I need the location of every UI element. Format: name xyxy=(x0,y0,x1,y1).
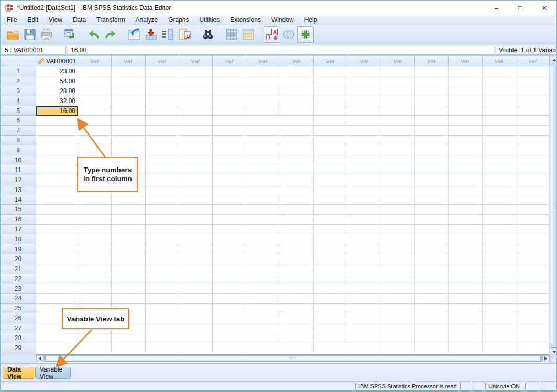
cell-row18-col14[interactable] xyxy=(483,234,516,244)
cell-row15-col15[interactable] xyxy=(516,205,550,215)
tab-variable-view[interactable]: Variable View xyxy=(35,367,71,379)
cell-row1-col6[interactable] xyxy=(213,66,246,76)
cell-row12-col4[interactable] xyxy=(146,175,179,185)
descriptive-statistics-button[interactable]: μ xyxy=(176,26,193,43)
cell-row23-col10[interactable] xyxy=(347,284,381,294)
menu-data[interactable]: Data xyxy=(68,15,91,25)
cell-row13-var00001[interactable] xyxy=(36,185,78,195)
cell-row7-var00001[interactable] xyxy=(36,126,78,136)
cell-row10-col13[interactable] xyxy=(449,155,482,165)
cell-row3-col13[interactable] xyxy=(449,86,482,96)
goto-case-button[interactable] xyxy=(126,26,143,43)
cell-row5-col3[interactable] xyxy=(112,106,145,116)
cell-row28-col8[interactable] xyxy=(280,333,314,343)
cell-row28-col12[interactable] xyxy=(415,333,449,343)
row-header-6[interactable]: 6 xyxy=(1,116,36,126)
cell-row19-col10[interactable] xyxy=(347,244,381,254)
cell-row24-col11[interactable] xyxy=(381,294,415,304)
cell-row19-col15[interactable] xyxy=(516,244,550,254)
cell-row11-col9[interactable] xyxy=(314,165,347,175)
cell-row17-col10[interactable] xyxy=(347,225,381,234)
cell-row7-col15[interactable] xyxy=(516,126,550,136)
cell-row3-col6[interactable] xyxy=(213,86,246,96)
cell-row9-col11[interactable] xyxy=(381,145,415,155)
cell-row9-col9[interactable] xyxy=(314,145,347,155)
cell-row24-col6[interactable] xyxy=(213,294,246,304)
cell-row5-col15[interactable] xyxy=(516,106,550,116)
cell-row7-col13[interactable] xyxy=(449,126,482,136)
cell-row15-col12[interactable] xyxy=(415,205,449,215)
column-header-var00001[interactable]: VAR00001 xyxy=(36,56,78,66)
cell-row18-col11[interactable] xyxy=(381,234,415,244)
cell-row29-col12[interactable] xyxy=(415,343,449,353)
cell-row3-col5[interactable] xyxy=(179,86,213,96)
cell-row29-col10[interactable] xyxy=(347,343,381,353)
cell-row23-col6[interactable] xyxy=(213,284,246,294)
cell-row23-col3[interactable] xyxy=(112,284,145,294)
cell-row27-col10[interactable] xyxy=(347,323,381,333)
cell-row16-col3[interactable] xyxy=(112,215,145,225)
cell-row6-col12[interactable] xyxy=(415,116,449,126)
cell-row3-col11[interactable] xyxy=(381,86,415,96)
cell-row5-col13[interactable] xyxy=(449,106,482,116)
goto-variable-button[interactable] xyxy=(143,26,159,43)
cell-row26-col4[interactable] xyxy=(146,313,179,323)
cell-row16-col13[interactable] xyxy=(449,215,482,225)
cell-row5-var00001-selected[interactable]: 16.00 xyxy=(36,106,78,116)
cell-row20-col10[interactable] xyxy=(347,254,381,264)
cell-row21-col5[interactable] xyxy=(179,264,213,274)
cell-row7-col10[interactable] xyxy=(347,126,381,136)
cell-row16-col11[interactable] xyxy=(381,215,415,225)
cell-row12-col14[interactable] xyxy=(483,175,516,185)
cell-row29-col13[interactable] xyxy=(449,343,482,353)
cell-row25-col15[interactable] xyxy=(516,304,550,313)
row-header-25[interactable]: 25 xyxy=(1,304,36,313)
cell-row19-col7[interactable] xyxy=(246,244,280,254)
row-header-8[interactable]: 8 xyxy=(1,136,36,145)
cell-row17-col5[interactable] xyxy=(179,225,213,234)
cell-row17-col9[interactable] xyxy=(314,225,347,234)
cell-row21-col4[interactable] xyxy=(146,264,179,274)
cell-row13-col8[interactable] xyxy=(280,185,314,195)
cell-row10-var00001[interactable] xyxy=(36,155,78,165)
cell-row17-col8[interactable] xyxy=(280,225,314,234)
cell-row6-col7[interactable] xyxy=(246,116,280,126)
cell-row14-col8[interactable] xyxy=(280,195,314,205)
cell-row3-col10[interactable] xyxy=(347,86,381,96)
row-header-9[interactable]: 9 xyxy=(1,145,36,155)
cell-row16-col2[interactable] xyxy=(78,215,112,225)
cell-row21-col3[interactable] xyxy=(112,264,145,274)
cell-row13-col10[interactable] xyxy=(347,185,381,195)
cell-row8-col11[interactable] xyxy=(381,136,415,145)
cell-row9-var00001[interactable] xyxy=(36,145,78,155)
menu-window[interactable]: Window xyxy=(266,15,299,25)
cell-row12-col8[interactable] xyxy=(280,175,314,185)
cell-row21-col8[interactable] xyxy=(280,264,314,274)
cell-row17-col12[interactable] xyxy=(415,225,449,234)
cell-row2-col8[interactable] xyxy=(280,76,314,86)
cell-row19-var00001[interactable] xyxy=(36,244,78,254)
cell-row4-col7[interactable] xyxy=(246,96,280,106)
cell-row3-var00001[interactable]: 28.00 xyxy=(36,86,78,96)
cell-row8-col3[interactable] xyxy=(112,136,145,145)
cell-row21-col7[interactable] xyxy=(246,264,280,274)
column-header-var-7[interactable]: var xyxy=(246,56,280,66)
show-all-variables-button[interactable] xyxy=(297,26,314,43)
column-header-var-6[interactable]: var xyxy=(213,56,246,66)
find-button[interactable] xyxy=(200,26,216,43)
cell-row27-col12[interactable] xyxy=(415,323,449,333)
cell-row1-col9[interactable] xyxy=(314,66,347,76)
cell-row1-col10[interactable] xyxy=(347,66,381,76)
horizontal-scroll-thumb[interactable]: ··· xyxy=(45,356,541,362)
cell-row24-col14[interactable] xyxy=(483,294,516,304)
cell-row13-col12[interactable] xyxy=(415,185,449,195)
cell-row22-col12[interactable] xyxy=(415,274,449,284)
cell-row2-col13[interactable] xyxy=(449,76,482,86)
cell-row29-col11[interactable] xyxy=(381,343,415,353)
cell-row9-col14[interactable] xyxy=(483,145,516,155)
cell-row9-col2[interactable] xyxy=(78,145,112,155)
cell-row15-col4[interactable] xyxy=(146,205,179,215)
print-button[interactable] xyxy=(38,26,55,43)
cell-row14-col14[interactable] xyxy=(483,195,516,205)
cell-row3-col9[interactable] xyxy=(314,86,347,96)
